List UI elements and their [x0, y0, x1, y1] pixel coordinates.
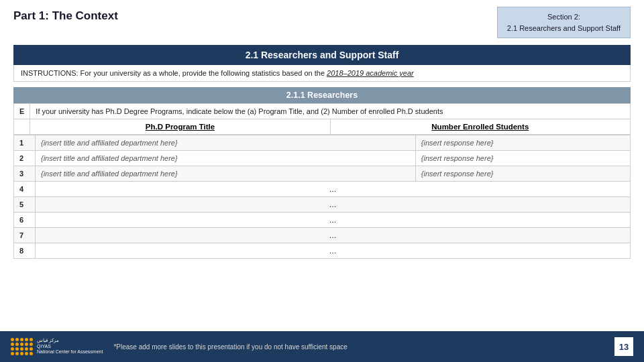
- row-e-text: If your university has Ph.D Degree Progr…: [30, 104, 631, 119]
- logo-dot: [30, 352, 33, 355]
- row-number: 1: [14, 135, 36, 151]
- table-header-row: Ph.D Program Title Number Enrolled Stude…: [14, 119, 631, 135]
- phd-cell: …: [36, 182, 631, 197]
- row-number: 7: [14, 228, 36, 243]
- logo-dot: [30, 347, 33, 351]
- page-number: 13: [614, 337, 633, 356]
- row-number: 2: [14, 151, 36, 166]
- logo-dot: [30, 338, 33, 341]
- row-number: 3: [14, 166, 36, 182]
- main-content: 2.1 Researchers and Support Staff INSTRU…: [0, 42, 644, 331]
- row-number: 5: [14, 197, 36, 213]
- footer-note: *Please add more slides to this presenta…: [113, 343, 604, 351]
- section-banner: 2.1 Researchers and Support Staff: [13, 45, 631, 65]
- logo-dot: [11, 343, 14, 346]
- logo-dot: [20, 352, 23, 355]
- table-row: 4…: [14, 182, 631, 197]
- row-e: E If your university has Ph.D Degree Pro…: [14, 104, 631, 119]
- enrolled-col-header: Number Enrolled Students: [330, 119, 630, 135]
- header: Part 1: The Context Section 2: 2.1 Resea…: [0, 0, 644, 42]
- row-number: 6: [14, 213, 36, 228]
- enrolled-cell: {insert response here}: [415, 166, 630, 182]
- table-row: 6…: [14, 213, 631, 228]
- logo-dot: [30, 343, 33, 346]
- table-row: 8…: [14, 243, 631, 259]
- table-row: 5…: [14, 197, 631, 213]
- logo-dot: [20, 338, 23, 341]
- data-table: E If your university has Ph.D Degree Pro…: [13, 103, 631, 135]
- row-number: 8: [14, 243, 36, 259]
- page: Part 1: The Context Section 2: 2.1 Resea…: [0, 0, 644, 362]
- sub-section-banner: 2.1.1 Researchers: [13, 87, 631, 103]
- footer-logo: مركز قياس QIYAS National Center for Asse…: [11, 338, 103, 355]
- logo-dot: [15, 352, 19, 355]
- part-title: Part 1: The Context: [13, 7, 118, 23]
- logo-dots-icon: [11, 338, 33, 355]
- table-row: 1{insert title and affiliated department…: [14, 135, 631, 151]
- logo-dot: [15, 343, 19, 346]
- logo-dot: [25, 343, 28, 346]
- logo-dot: [11, 352, 14, 355]
- logo-dot: [15, 338, 19, 341]
- phd-cell: …: [36, 228, 631, 243]
- logo-dot: [11, 338, 14, 341]
- phd-cell: {insert title and affiliated department …: [36, 166, 416, 182]
- phd-cell: {insert title and affiliated department …: [36, 135, 416, 151]
- data-rows-table: 1{insert title and affiliated department…: [13, 135, 631, 259]
- instructions-row: INSTRUCTIONS: For your university as a w…: [13, 65, 631, 82]
- phd-cell: …: [36, 243, 631, 259]
- phd-cell: {insert title and affiliated department …: [36, 151, 416, 166]
- logo-dot: [25, 338, 28, 341]
- enrolled-cell: {insert response here}: [415, 151, 630, 166]
- enrolled-cell: {insert response here}: [415, 135, 630, 151]
- logo-dot: [20, 343, 23, 346]
- row-e-label: E: [14, 104, 30, 119]
- phd-col-header: Ph.D Program Title: [30, 119, 330, 135]
- section-badge: Section 2: 2.1 Researchers and Support S…: [497, 7, 631, 38]
- logo-text: مركز قياس QIYAS National Center for Asse…: [37, 338, 103, 355]
- phd-cell: …: [36, 197, 631, 213]
- footer: مركز قياس QIYAS National Center for Asse…: [0, 331, 644, 362]
- table-row: 3{insert title and affiliated department…: [14, 166, 631, 182]
- logo-dot: [25, 352, 28, 355]
- row-number: 4: [14, 182, 36, 197]
- phd-cell: …: [36, 213, 631, 228]
- logo-dot: [15, 347, 19, 351]
- logo-dot: [11, 347, 14, 351]
- logo-dot: [25, 347, 28, 351]
- logo-dot: [20, 347, 23, 351]
- table-row: 7…: [14, 228, 631, 243]
- table-row: 2{insert title and affiliated department…: [14, 151, 631, 166]
